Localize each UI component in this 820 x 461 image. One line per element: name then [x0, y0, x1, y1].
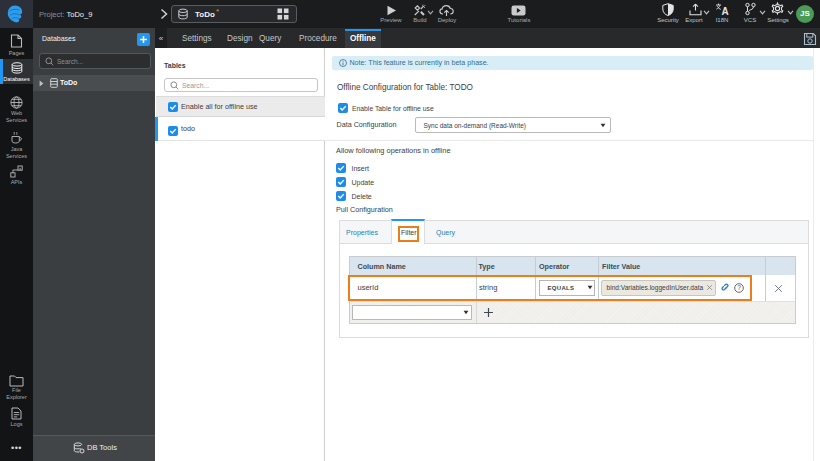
svg-text:A: A	[721, 6, 728, 17]
